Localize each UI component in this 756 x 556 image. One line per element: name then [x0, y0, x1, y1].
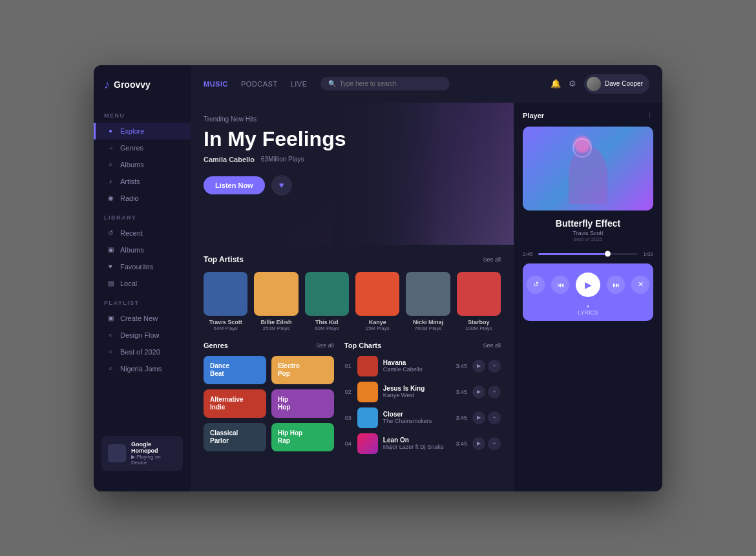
sidebar-item-create-new[interactable]: ▣ Create New [94, 310, 191, 327]
progress-total-time: 1:02 [643, 251, 653, 257]
sidebar-item-local[interactable]: ▤ Local [94, 275, 191, 292]
genre-hiphop[interactable]: HipHop [271, 389, 334, 418]
artist-card-nicki[interactable]: Nicki Minaj 760M Plays [406, 272, 450, 331]
player-menu-icon[interactable]: ⋮ [646, 112, 653, 120]
genre-hiphoprap[interactable]: Hip HopRap [271, 423, 334, 451]
add-chart-btn[interactable]: + [488, 437, 501, 450]
logo-text: Groovvy [114, 79, 151, 90]
bottom-panels: Genres See all DanceBeat ElectroPop Alte… [191, 342, 514, 469]
artist-card-thiskid[interactable]: This Kid 60M Plays [305, 272, 349, 331]
artist-name: Kanye [355, 319, 399, 325]
chart-name: Havana [383, 359, 451, 366]
charts-see-all[interactable]: See all [483, 342, 501, 349]
sidebar-item-favourites[interactable]: ♥ Favourites [94, 258, 191, 275]
sidebar-item-albums-lib[interactable]: ▣ Albums [94, 242, 191, 258]
add-chart-btn[interactable]: + [488, 386, 501, 398]
artist-plays: 60M Plays [305, 325, 349, 331]
sidebar-item-nigeria-jams[interactable]: ○ Nigeria Jams [94, 360, 191, 377]
chart-item-1[interactable]: 01 Havana Camile Cabello 3:45 ▶ + [344, 356, 501, 376]
sidebar-item-design-flow[interactable]: ○ Design Flow [94, 327, 191, 344]
sidebar-item-radio[interactable]: ◉ Radio [94, 190, 191, 207]
artist-name: This Kid [305, 319, 349, 325]
device-section: Google Homepod ▶ Playing on Device [94, 428, 191, 479]
artist-card-travis[interactable]: Travis Scott 64M Plays [204, 272, 247, 331]
radio-icon: ◉ [106, 194, 115, 201]
listen-now-button[interactable]: Listen Now [204, 176, 265, 194]
next-button[interactable]: ⏭ [607, 276, 625, 294]
logo: ♪ Groovvy [94, 78, 191, 105]
hero-section: Trending New Hits In My Feelings Camila … [191, 103, 514, 245]
play-chart-btn[interactable]: ▶ [472, 411, 485, 424]
player-title: Player [523, 112, 544, 119]
tab-live[interactable]: LIVE [291, 80, 308, 88]
user-pill[interactable]: Dave Cooper [584, 74, 649, 94]
device-card[interactable]: Google Homepod ▶ Playing on Device [101, 436, 183, 471]
chart-name: Lean On [383, 437, 451, 444]
chart-item-3[interactable]: 03 Closer The Chainsmokers 3:45 ▶ + [344, 407, 501, 428]
lyrics-label: LYRICS [578, 309, 598, 316]
sidebar-item-recent[interactable]: ↺ Recent [94, 225, 191, 242]
device-name: Google Homepod [131, 441, 176, 454]
play-pause-button[interactable]: ▶ [576, 273, 600, 297]
heart-button[interactable]: ♥ [271, 175, 292, 196]
hero-meta: Camila Cabello 63Million Plays [204, 156, 501, 163]
genres-title: Genres [204, 342, 228, 349]
chart-item-2[interactable]: 02 Jesus Is King Kanye West 3:45 ▶ + [344, 382, 501, 402]
genre-dance[interactable]: DanceBeat [204, 356, 266, 384]
close-button[interactable]: ✕ [631, 276, 649, 294]
artist-card-kanye[interactable]: Kanye 15M Plays [355, 272, 399, 331]
chart-item-4[interactable]: 04 Lean On Major Lazer ft Dj Snake 3:45 … [344, 433, 501, 454]
player-progress: 2:45 1:02 [514, 247, 662, 261]
genre-electro[interactable]: ElectroPop [271, 356, 334, 384]
chart-info: Havana Camile Cabello [383, 359, 451, 373]
chart-info: Lean On Major Lazer ft Dj Snake [383, 437, 451, 450]
sidebar-item-albums[interactable]: ○ Albums [94, 156, 191, 173]
avatar [587, 77, 601, 91]
play-chart-btn[interactable]: ▶ [472, 437, 485, 450]
add-chart-btn[interactable]: + [488, 411, 501, 424]
prev-button[interactable]: ⏮ [551, 276, 569, 294]
sidebar-item-artists[interactable]: ♪ Artists [94, 173, 191, 190]
notification-icon[interactable]: 🔔 [551, 79, 561, 88]
chart-name: Closer [383, 411, 451, 418]
sidebar-item-best-2020[interactable]: ○ Best of 2020 [94, 344, 191, 360]
chart-duration: 3:45 [456, 415, 467, 421]
progress-current-time: 2:45 [523, 251, 533, 257]
player-album-art [523, 127, 653, 211]
heart-icon: ♥ [106, 263, 115, 270]
player-song-album: Best of 2025 [523, 236, 653, 242]
artist-img-travis [204, 272, 247, 316]
hero-title: In My Feelings [204, 128, 501, 150]
artist-card-starboy[interactable]: Starboy 100M Plays [457, 272, 501, 331]
genre-classical[interactable]: ClassicalParlor [204, 423, 266, 451]
sidebar-item-label: Explore [120, 127, 144, 135]
tab-podcast[interactable]: PODCAST [241, 80, 278, 88]
lyrics-button[interactable]: ▲ LYRICS [578, 304, 598, 316]
repeat-button[interactable]: ↺ [527, 276, 545, 294]
sidebar-item-label: Radio [120, 194, 139, 202]
play-chart-btn[interactable]: ▶ [472, 360, 485, 373]
search-input[interactable] [340, 80, 442, 87]
chart-num: 01 [344, 363, 352, 369]
chart-artist: Camile Cabello [383, 366, 451, 373]
create-icon: ▣ [106, 314, 115, 322]
sidebar-item-explore[interactable]: ● Explore [94, 123, 191, 139]
chart-actions: ▶ + [472, 411, 501, 424]
genres-see-all[interactable]: See all [316, 342, 334, 349]
search-icon: 🔍 [328, 80, 336, 87]
progress-thumb [605, 251, 611, 257]
sidebar-item-genres[interactable]: → Genres [94, 139, 191, 156]
genre-alternative[interactable]: AlternativeIndie [204, 389, 266, 418]
progress-bar[interactable] [538, 253, 638, 255]
settings-icon[interactable]: ⚙ [569, 79, 576, 88]
add-chart-btn[interactable]: + [488, 360, 501, 373]
top-artists-see-all[interactable]: See all [483, 256, 501, 263]
search-bar[interactable]: 🔍 [320, 77, 450, 90]
recent-icon: ↺ [106, 229, 115, 236]
device-avatar [108, 444, 126, 462]
artist-card-billie[interactable]: Billie Eilish 250M Plays [254, 272, 298, 331]
lyrics-caret-icon: ▲ [586, 304, 591, 308]
sidebar-item-label: Nigeria Jams [120, 365, 162, 373]
tab-music[interactable]: MUSIC [204, 80, 228, 88]
play-chart-btn[interactable]: ▶ [472, 386, 485, 398]
